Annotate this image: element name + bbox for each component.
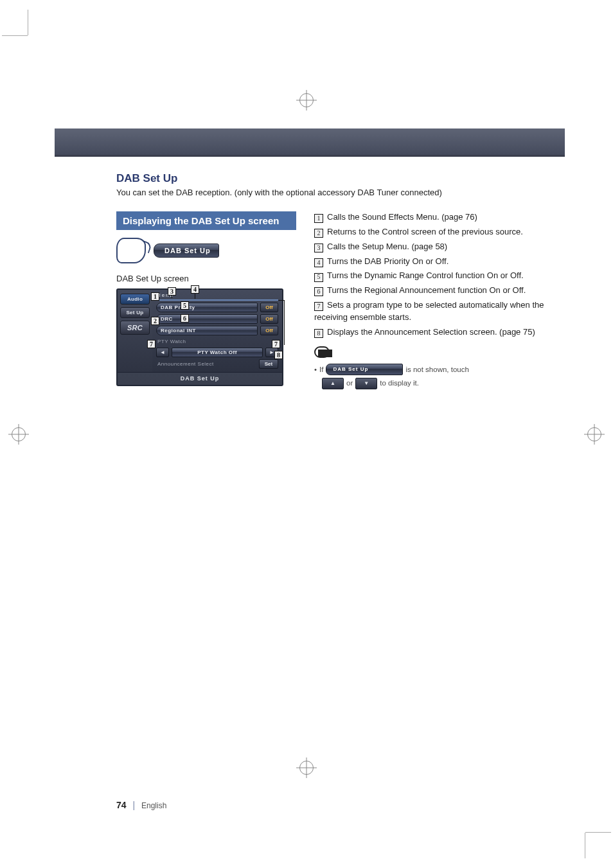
num-8: 8 (314, 329, 323, 338)
registration-mark-right (587, 427, 601, 441)
note-2-text: Returns to the Control screen of the pre… (327, 227, 523, 236)
callout-7-right: 7 (272, 340, 280, 348)
row-pty-header: PTY Watch (156, 337, 278, 346)
note-3: 3Calls the Setup Menu. (page 58) (314, 241, 558, 253)
note-icon (314, 346, 330, 358)
note-1: 1Calls the Sound Effects Menu. (page 76) (314, 211, 558, 224)
footnote-if: If (319, 364, 323, 375)
header-banner (55, 128, 565, 157)
note-8: 8Displays the Announcement Selection scr… (314, 326, 558, 339)
note-6: 6Turns the Regional Announcement functio… (314, 285, 558, 297)
procedure-heading: Displaying the DAB Set Up screen (116, 211, 296, 230)
scroll-up-button[interactable]: ▲ (322, 378, 344, 389)
note-8-text: Displays the Announcement Selection scre… (327, 327, 535, 337)
row-dab-priority: DAB Priority Off (156, 303, 278, 312)
note-3-text: Calls the Setup Menu. (page 58) (327, 242, 447, 251)
footnote-line2: ▲ or ▼ to display it. (322, 378, 558, 389)
announcement-set-button[interactable]: Set (259, 359, 278, 369)
note-7-text: Sets a program type to be selected autom… (314, 300, 544, 322)
num-7: 7 (314, 302, 323, 311)
page-number-separator: | (132, 800, 135, 810)
section-title: DAB Set Up (116, 172, 565, 185)
callout-6: 6 (181, 314, 189, 323)
num-1: 1 (314, 214, 323, 223)
num-6: 6 (314, 287, 323, 296)
setup-button[interactable]: Set Up (120, 307, 150, 318)
bullet: • (314, 364, 317, 375)
screenshot-caption: DAB Set Up screen (116, 274, 296, 283)
num-5: 5 (314, 273, 323, 282)
callout-1: 1 (151, 292, 159, 301)
touch-instruction: DAB Set Up (116, 238, 296, 263)
regional-value: Off (260, 326, 278, 335)
device-sidebar: Audio Set Up SRC (118, 290, 152, 372)
footnote-pill: DAB Set Up (326, 364, 403, 375)
right-column: 1Calls the Sound Effects Menu. (page 76)… (314, 211, 558, 389)
device-main: Menu DAB Priority Off DRC Off Regional I… (152, 290, 282, 372)
drc-value: Off (260, 314, 278, 324)
pty-prev-button[interactable]: ◄ (156, 348, 169, 357)
leader-right-vert (284, 300, 285, 345)
section-description: You can set the DAB reception. (only wit… (116, 188, 565, 197)
page-number: 74 | English (116, 800, 166, 810)
dab-priority-button[interactable]: DAB Priority (156, 303, 258, 312)
page-language: English (141, 801, 166, 810)
footnote-after: is not shown, touch (405, 364, 468, 375)
note-2: 2Returns to the Control screen of the pr… (314, 226, 558, 238)
row-regional: Regional INT Off (156, 326, 278, 335)
pty-watch-value: PTY Watch Off (172, 348, 263, 357)
device-screenshot: Audio Set Up SRC Menu DAB Priority Off (116, 288, 283, 386)
footnote-or: or (346, 378, 353, 389)
leader-4 (195, 294, 195, 299)
num-3: 3 (314, 244, 323, 252)
left-column: Displaying the DAB Set Up screen DAB Set… (116, 211, 296, 389)
drc-button[interactable]: DRC (156, 314, 258, 324)
scroll-down-button[interactable]: ▼ (355, 378, 377, 389)
callout-4: 4 (191, 285, 199, 294)
crop-mark-top-left (2, 10, 40, 48)
registration-mark-top (299, 93, 314, 107)
note-1-text: Calls the Sound Effects Menu. (page 76) (327, 212, 477, 222)
pty-watch-heading: PTY Watch (156, 337, 278, 346)
callout-3: 3 (168, 287, 176, 296)
row-pty: ◄ PTY Watch Off ► (156, 348, 278, 357)
callout-8: 8 (274, 351, 283, 359)
announcement-label: Announcement Select (156, 360, 256, 368)
note-4-text: Turns the DAB Priority On or Off. (327, 256, 449, 266)
page-number-value: 74 (116, 800, 127, 810)
callout-7-left: 7 (147, 340, 155, 348)
callout-2: 2 (151, 317, 159, 325)
num-4: 4 (314, 258, 323, 267)
row-announcement: Announcement Select Set (156, 359, 278, 369)
audio-button[interactable]: Audio (120, 294, 150, 305)
note-5: 5Turns the Dynamic Range Control functio… (314, 270, 558, 282)
note-7: 7Sets a program type to be selected auto… (314, 299, 558, 324)
crop-mark-bottom-right (573, 820, 611, 858)
device-footer: DAB Set Up (118, 372, 282, 385)
regional-button[interactable]: Regional INT (156, 326, 258, 335)
callout-5: 5 (181, 301, 189, 310)
note-6-text: Turns the Regional Announcement function… (327, 285, 526, 295)
dab-setup-pill: DAB Set Up (154, 244, 219, 258)
num-2: 2 (314, 229, 323, 238)
page-content: DAB Set Up You can set the DAB reception… (55, 128, 565, 810)
note-5-text: Turns the Dynamic Range Control function… (327, 270, 524, 280)
src-button[interactable]: SRC (120, 321, 150, 335)
hand-icon (116, 238, 146, 263)
footnote: • If DAB Set Up is not shown, touch (314, 364, 558, 375)
footnote-tail: to display it. (380, 378, 419, 389)
note-4: 4Turns the DAB Priority On or Off. (314, 256, 558, 268)
row-drc: DRC Off (156, 314, 278, 324)
device-wrapper: 1 2 3 4 5 6 7 7 8 Audio Set Up (116, 288, 283, 386)
leader-3 (172, 296, 172, 298)
registration-mark-left (12, 427, 26, 441)
dab-priority-value: Off (260, 303, 278, 312)
